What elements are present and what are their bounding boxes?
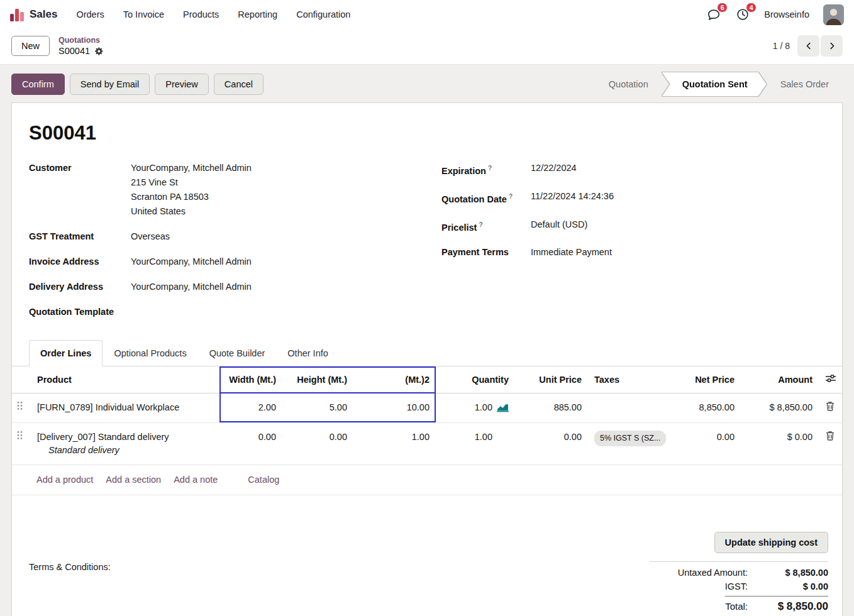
pricelist-value[interactable]: Default (USD) — [531, 217, 587, 235]
customer-label: Customer — [29, 161, 131, 219]
untaxed-amount-value: $ 8,850.00 — [758, 568, 828, 578]
customer-value[interactable]: YourCompany, Mitchell Admin 215 Vine St … — [131, 161, 252, 219]
tax-tag[interactable]: 5% IGST S (SZ... — [594, 431, 666, 446]
record-title: S00041 — [29, 122, 825, 145]
user-avatar[interactable] — [823, 4, 844, 25]
delivery-address-label: Delivery Address — [29, 280, 131, 294]
sheet-footer: Terms & Conditions: Update shipping cost… — [12, 532, 842, 615]
spacer — [497, 437, 509, 437]
pager-previous-button[interactable] — [797, 35, 819, 57]
payment-terms-value[interactable]: Immediate Payment — [531, 245, 612, 260]
cancel-button[interactable]: Cancel — [214, 74, 263, 95]
taxes-cell[interactable]: 5% IGST S (SZ... — [588, 423, 666, 465]
quotation-date-value[interactable]: 11/22/2024 14:24:36 — [531, 189, 614, 207]
update-shipping-cost-button[interactable]: Update shipping cost — [714, 532, 828, 553]
step-quotation-sent[interactable]: Quotation Sent — [662, 72, 767, 96]
state-steps: Quotation Quotation Sent Sales Order — [595, 72, 843, 96]
col-quantity: Quantity — [436, 366, 515, 393]
unit-price-cell[interactable]: 0.00 — [515, 423, 588, 465]
expiration-value[interactable]: 12/22/2024 — [531, 161, 577, 179]
tab-quote-builder[interactable]: Quote Builder — [198, 340, 277, 366]
trash-icon — [826, 431, 835, 441]
totals-block: Update shipping cost Untaxed Amount: $ 8… — [650, 532, 828, 615]
gst-treatment-value[interactable]: Overseas — [131, 229, 170, 244]
quantity-value[interactable]: 1.00 — [475, 431, 492, 444]
menu-orders[interactable]: Orders — [76, 9, 104, 19]
igst-label: IGST: — [725, 581, 748, 591]
order-line-row-1[interactable]: [FURN_0789] Individual Workplace 2.00 5.… — [12, 393, 843, 423]
field-expiration: Expiration? 12/22/2024 — [441, 161, 825, 179]
catalog-link[interactable]: Catalog — [248, 475, 279, 485]
mt2-cell[interactable]: 1.00 — [353, 423, 436, 465]
quantity-cell[interactable]: 1.00 — [436, 423, 515, 465]
chevron-left-icon — [804, 41, 813, 50]
chevron-right-icon — [828, 41, 836, 50]
height-cell[interactable]: 5.00 — [282, 393, 353, 423]
breadcrumb-current: S00041 — [58, 46, 90, 56]
field-groups: Customer YourCompany, Mitchell Admin 215… — [12, 161, 842, 330]
step-sales-order[interactable]: Sales Order — [767, 72, 843, 96]
new-button[interactable]: New — [11, 36, 50, 56]
tab-optional-products[interactable]: Optional Products — [103, 340, 197, 366]
product-cell[interactable]: [FURN_0789] Individual Workplace — [31, 393, 219, 423]
taxes-cell[interactable] — [588, 393, 666, 423]
invoice-address-value[interactable]: YourCompany, Mitchell Admin — [131, 255, 252, 269]
pricelist-label: Pricelist? — [441, 217, 531, 235]
delete-line-button[interactable] — [819, 423, 843, 465]
tab-other-info[interactable]: Other Info — [276, 340, 339, 366]
preview-button[interactable]: Preview — [155, 74, 209, 95]
forecast-chart-icon[interactable] — [497, 403, 509, 412]
customer-name[interactable]: YourCompany, Mitchell Admin — [131, 161, 252, 175]
step-quotation[interactable]: Quotation — [595, 72, 662, 96]
add-product-link[interactable]: Add a product — [36, 475, 93, 485]
app-switcher[interactable]: Sales — [10, 8, 57, 21]
mt2-cell[interactable]: 10.00 — [353, 393, 436, 423]
breadcrumb-quotations[interactable]: Quotations — [58, 36, 104, 45]
col-handle — [12, 366, 31, 393]
order-line-row-2[interactable]: [Delivery_007] Standard delivery Standar… — [12, 423, 843, 465]
drag-handle[interactable] — [12, 393, 31, 423]
send-by-email-button[interactable]: Send by Email — [70, 74, 150, 95]
main-menu: Orders To Invoice Products Reporting Con… — [76, 9, 350, 19]
pager-count: 1 / 8 — [773, 41, 790, 51]
net-price-cell[interactable]: 8,850.00 — [666, 393, 741, 423]
navbar-right: 6 4 Browseinfo — [706, 4, 844, 25]
messages-button[interactable]: 6 — [706, 7, 721, 22]
product-name[interactable]: [Delivery_007] Standard delivery — [37, 431, 213, 444]
menu-reporting[interactable]: Reporting — [238, 9, 277, 19]
height-cell[interactable]: 0.00 — [282, 423, 353, 465]
net-price-cell[interactable]: 0.00 — [666, 423, 741, 465]
width-cell[interactable]: 0.00 — [219, 423, 282, 465]
confirm-button[interactable]: Confirm — [11, 74, 65, 95]
total-label: Total: — [725, 601, 748, 612]
menu-to-invoice[interactable]: To Invoice — [123, 9, 164, 19]
product-cell[interactable]: [Delivery_007] Standard delivery Standar… — [31, 423, 219, 465]
drag-handle[interactable] — [12, 423, 31, 465]
drag-handle-icon — [17, 431, 23, 440]
gear-icon[interactable] — [94, 47, 104, 56]
field-pricelist: Pricelist? Default (USD) — [441, 217, 825, 235]
avatar-image — [823, 4, 844, 25]
help-icon: ? — [488, 165, 492, 172]
activities-button[interactable]: 4 — [735, 7, 750, 22]
unit-price-cell[interactable]: 885.00 — [515, 393, 588, 423]
add-note-link[interactable]: Add a note — [174, 475, 218, 485]
delete-line-button[interactable] — [819, 393, 843, 423]
menu-configuration[interactable]: Configuration — [296, 9, 350, 19]
quantity-value[interactable]: 1.00 — [475, 401, 492, 414]
menu-products[interactable]: Products — [183, 9, 219, 19]
quantity-cell[interactable]: 1.00 — [436, 393, 515, 423]
width-cell[interactable]: 2.00 — [219, 393, 282, 423]
totals-divider — [650, 561, 828, 562]
delivery-address-value[interactable]: YourCompany, Mitchell Admin — [131, 280, 252, 294]
tab-order-lines[interactable]: Order Lines — [29, 340, 103, 366]
pager-next-button[interactable] — [821, 35, 843, 57]
order-lines-table: Product Width (Mt.) Height (Mt.) (Mt.)2 … — [12, 366, 842, 465]
optional-columns-button[interactable] — [819, 366, 843, 393]
user-name[interactable]: Browseinfo — [764, 9, 809, 19]
add-section-link[interactable]: Add a section — [106, 475, 161, 485]
help-icon: ? — [509, 193, 513, 200]
col-product: Product — [31, 366, 219, 393]
untaxed-amount-label: Untaxed Amount: — [678, 568, 748, 578]
terms-and-conditions-label: Terms & Conditions: — [29, 562, 111, 615]
